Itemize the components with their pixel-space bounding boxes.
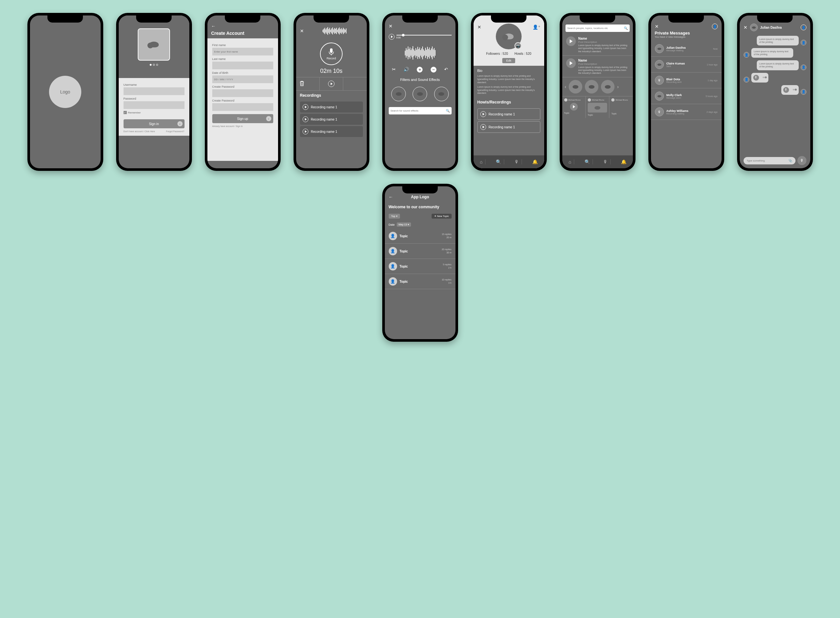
grid-item[interactable]: Michael Bruno Topic [609, 97, 633, 118]
story-item[interactable] [585, 80, 599, 94]
lastname-input[interactable] [212, 62, 273, 69]
play-button[interactable] [389, 34, 395, 40]
attach-icon[interactable]: 📎 [788, 159, 792, 162]
topic-item[interactable]: 👤Topic15 replies20 m [385, 229, 456, 244]
audio-slider[interactable] [396, 35, 451, 36]
camera-icon[interactable]: 📷 [514, 42, 521, 49]
topic-time: 3 h [442, 281, 451, 285]
new-topic-button[interactable]: ✦ New Topic [432, 214, 451, 218]
filter-option[interactable] [413, 87, 427, 101]
feed-post[interactable]: Name Post Description Lorem Ipsum is sim… [562, 34, 633, 56]
message-item[interactable]: 🎙Ashley WilliamsRecording waiting2 days … [651, 104, 722, 120]
topic-title: Topic [400, 280, 439, 283]
reply-count: 5 replies [443, 263, 451, 266]
story-carousel[interactable]: ‹ › [562, 77, 633, 96]
voice-message-received[interactable]: 👤🎙0:00 [740, 71, 810, 84]
topic-item[interactable]: 👤Topic20 replies30 m [385, 244, 456, 259]
more-button[interactable] [343, 77, 366, 90]
volume-button[interactable]: 🔊 [404, 67, 409, 73]
story-item[interactable] [601, 80, 615, 94]
profile-icon[interactable]: 👤 [801, 24, 806, 30]
record-button[interactable]: Record [320, 43, 343, 65]
close-button[interactable]: ✕ [655, 24, 659, 29]
avatar[interactable]: 📷 [496, 24, 521, 49]
close-button[interactable]: ✕ [389, 24, 393, 29]
contact-avatar[interactable] [750, 24, 758, 31]
close-button[interactable]: ✕ [300, 28, 304, 34]
signin-link[interactable]: Already have account / Sign in [212, 125, 243, 127]
forgot-password-link[interactable]: Forgot Password? [166, 130, 185, 132]
tab-notifications[interactable]: 🔔 [618, 159, 629, 164]
undo-button[interactable]: ↶ [444, 67, 448, 73]
message-item[interactable]: Julian DasilvaMessage WaitingNow [651, 41, 722, 57]
tab-search[interactable]: 🔍 [582, 159, 593, 164]
tab-record[interactable]: 🎙 [601, 159, 611, 164]
search-input[interactable] [391, 109, 444, 112]
filter-option[interactable] [434, 87, 449, 101]
topic-item[interactable]: 👤Topic10 replies3 h [385, 274, 456, 289]
search-input[interactable] [567, 27, 623, 30]
create-pw-input[interactable] [212, 89, 273, 97]
grid-item[interactable]: Michael Bruno Topic [586, 97, 609, 118]
back-button[interactable]: ← [211, 24, 274, 29]
filter-option[interactable] [391, 87, 406, 101]
profile-icon[interactable]: 👤 [712, 24, 718, 29]
story-item[interactable] [569, 80, 582, 94]
message-status: Recording sent [666, 81, 705, 83]
message-input-container[interactable]: 📎 [743, 157, 795, 164]
add-button[interactable]: + [417, 67, 423, 73]
delete-button[interactable] [296, 77, 320, 90]
reply-count: 20 replies [442, 248, 451, 251]
recording-item[interactable]: Recording name 1 [300, 114, 363, 125]
back-button[interactable]: ← [389, 195, 393, 199]
close-button[interactable]: ✕ [477, 24, 481, 30]
edit-profile-button[interactable]: Edit [502, 58, 515, 63]
bio-text: Lorem Ipsum is simply dummy text of the … [477, 85, 540, 95]
password-input[interactable] [124, 101, 185, 109]
next-arrow[interactable]: › [617, 84, 619, 89]
feed-post[interactable]: Name Post Description Lorem Ipsum is sim… [562, 56, 633, 78]
signup-button[interactable]: Sign up› [212, 114, 273, 123]
message-item[interactable]: 🎙Blair DotaRecording sent1 day ago [651, 73, 722, 88]
play-button[interactable] [320, 77, 343, 90]
confirm-pw-input[interactable] [212, 103, 273, 111]
date-filter[interactable]: May 13 ▾ [397, 223, 411, 227]
remember-checkbox[interactable]: ✓Remember [124, 111, 185, 114]
tab-home[interactable]: ⌂ [566, 159, 574, 164]
add-user-icon[interactable]: 👤⁺ [533, 24, 540, 30]
play-button[interactable] [566, 36, 576, 46]
prev-arrow[interactable]: ‹ [565, 84, 566, 89]
topic-title: Topic [400, 235, 439, 238]
tab-notifications[interactable]: 🔔 [530, 159, 540, 164]
recording-item[interactable]: Recording name 1 [477, 121, 540, 133]
send-voice-button[interactable]: 🎙 [797, 156, 806, 165]
create-account-link[interactable]: Don't have account / Click Here [124, 130, 155, 132]
topic-item[interactable]: 👤Topic5 replies2 h [385, 259, 456, 274]
carousel-dots[interactable] [119, 64, 189, 66]
message-item[interactable]: Claire KumasSent1 hour ago [651, 57, 722, 73]
waveform-editor[interactable] [385, 45, 456, 61]
cut-button[interactable]: ✂ [392, 67, 396, 73]
message-time: Now [713, 48, 718, 50]
grid-item[interactable]: Michael Bruno Topic [562, 97, 586, 118]
recording-item[interactable]: Recording name 1 [477, 108, 540, 120]
sort-dropdown[interactable]: Top▾ [389, 214, 400, 218]
dob-input[interactable] [212, 76, 273, 83]
tab-home[interactable]: ⌂ [477, 159, 485, 164]
splash-screen: Logo [30, 15, 101, 168]
remove-button[interactable]: − [430, 67, 436, 73]
message-item[interactable]: Molly ClarkMessage seen5 hours ago [651, 88, 722, 104]
signin-button[interactable]: Sign in› [124, 119, 185, 128]
username-input[interactable] [124, 88, 185, 95]
recording-item[interactable]: Recording name 1 [300, 126, 363, 137]
firstname-input[interactable] [212, 48, 273, 55]
search-bar[interactable]: 🔍 [566, 24, 630, 32]
play-button[interactable] [566, 58, 576, 68]
close-button[interactable]: ✕ [743, 25, 748, 30]
tab-record[interactable]: 🎙 [512, 159, 522, 164]
tab-search[interactable]: 🔍 [493, 159, 504, 164]
recording-item[interactable]: Recording name 1 [300, 101, 363, 113]
search-effects[interactable]: 🔍 [389, 107, 451, 114]
message-input[interactable] [747, 159, 788, 162]
voice-message-sent[interactable]: 👤🎙0:00 [740, 84, 810, 96]
